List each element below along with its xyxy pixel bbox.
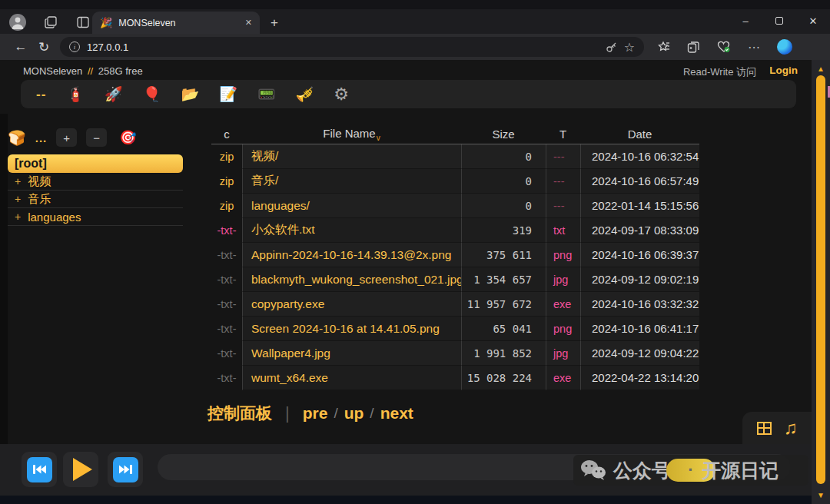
scroll-down-icon[interactable]: ▼ — [812, 491, 830, 499]
new-tab-button[interactable]: + — [271, 16, 278, 29]
sidebar-item-languages[interactable]: +languages — [8, 208, 183, 226]
file-type: exe — [546, 292, 580, 317]
browser-tab[interactable]: 🎉 MONSeleven ✕ — [92, 12, 260, 34]
file-name-link[interactable]: 视频/ — [242, 144, 461, 169]
dart-icon[interactable]: 🎯 — [119, 129, 136, 146]
grid-view-icon[interactable] — [757, 422, 772, 435]
file-date: 2024-10-16 06:41:17 — [580, 317, 699, 341]
trumpet-icon[interactable]: 🎺 — [296, 87, 314, 101]
tab-actions-icon[interactable] — [75, 15, 91, 30]
pager-link-next[interactable]: next — [380, 404, 413, 423]
column-header-type[interactable]: T — [546, 128, 580, 141]
file-size: 15 028 224 — [461, 366, 546, 390]
profile-avatar-icon[interactable] — [9, 14, 26, 31]
copilot-icon[interactable] — [777, 39, 792, 55]
fire-extinguisher-icon[interactable]: 🧯 — [66, 87, 85, 101]
pager-icon[interactable]: 📟 — [257, 87, 276, 101]
pager-link-up[interactable]: up — [344, 404, 364, 423]
next-track-button[interactable] — [108, 452, 143, 487]
login-link[interactable]: Login — [769, 65, 798, 76]
file-size: 319 — [461, 218, 546, 243]
dashes-button[interactable]: -- — [36, 88, 46, 101]
column-header-filename[interactable]: File Namev — [242, 127, 461, 142]
column-header-c[interactable]: c — [211, 128, 242, 141]
expand-icon[interactable]: + — [15, 193, 21, 205]
row-action-link[interactable]: zip — [211, 194, 242, 218]
memo-icon[interactable]: 📝 — [219, 87, 237, 101]
pager-slash: / — [368, 405, 375, 422]
column-header-size[interactable]: Size — [461, 128, 546, 141]
balloon-icon[interactable]: 🎈 — [143, 87, 161, 101]
row-action-link[interactable]: -txt- — [211, 243, 242, 267]
sidebar-dots[interactable]: ... — [35, 131, 48, 144]
wechat-icon — [579, 459, 607, 482]
expand-tree-button[interactable]: + — [56, 128, 77, 147]
maximize-button[interactable] — [762, 9, 796, 32]
sidebar-item-视频[interactable]: +视频 — [8, 173, 183, 191]
table-header-row: c File Namev Size T Date — [211, 124, 699, 144]
sidebar-item-root[interactable]: [root] — [8, 154, 183, 173]
expand-icon[interactable]: + — [15, 175, 21, 187]
row-action-link[interactable]: -txt- — [211, 366, 242, 390]
file-type: png — [546, 243, 580, 267]
play-button[interactable] — [63, 452, 98, 487]
file-date: 2024-10-16 06:32:54 — [580, 144, 699, 169]
address-bar[interactable]: i 127.0.0.1 ☆ — [60, 37, 644, 57]
file-name-link[interactable]: Wallpaper4.jpg — [242, 341, 461, 366]
browser-essentials-icon[interactable] — [717, 41, 731, 53]
refresh-button[interactable]: ↻ — [32, 39, 55, 55]
control-panel-link[interactable]: 控制面板 — [208, 403, 272, 424]
file-date: 2024-10-16 03:32:32 — [580, 292, 699, 317]
collapse-tree-button[interactable]: − — [86, 128, 107, 147]
file-name-link[interactable]: copyparty.exe — [242, 292, 461, 317]
favorites-list-icon[interactable] — [656, 41, 670, 53]
workspaces-icon[interactable] — [43, 15, 58, 30]
file-name-link[interactable]: languages/ — [242, 194, 461, 218]
minimize-button[interactable]: – — [729, 9, 762, 32]
favorite-star-icon[interactable]: ☆ — [624, 40, 635, 55]
rocket-icon[interactable]: 🚀 — [105, 87, 123, 101]
close-button[interactable]: ✕ — [796, 9, 830, 32]
url-text[interactable]: 127.0.0.1 — [87, 41, 599, 53]
site-info-icon[interactable]: i — [69, 41, 80, 52]
file-size: 0 — [461, 144, 546, 169]
file-name-link[interactable]: blackmyth_wukong_screenshot_021.jpg — [242, 267, 461, 292]
sidebar-item-音乐[interactable]: +音乐 — [8, 191, 183, 208]
password-key-icon[interactable] — [606, 41, 617, 53]
music-note-icon[interactable]: ♫ — [784, 419, 798, 437]
file-name-link[interactable]: Screen 2024-10-16 at 14.41.05.png — [242, 317, 461, 341]
row-action-link[interactable]: -txt- — [211, 218, 242, 243]
settings-ellipsis-icon[interactable]: ⋯ — [748, 40, 760, 55]
bottom-strip — [0, 496, 812, 504]
collections-icon[interactable] — [687, 41, 700, 54]
window-controls: – ✕ — [729, 9, 830, 34]
bread-icon[interactable]: 🍞 — [8, 129, 26, 147]
gear-icon[interactable]: ⚙ — [334, 86, 349, 103]
file-name-link[interactable]: wumt_x64.exe — [242, 366, 461, 390]
row-action-link[interactable]: zip — [211, 144, 242, 169]
scroll-up-icon[interactable]: ▲ — [812, 65, 830, 73]
pager-slash: / — [332, 405, 339, 422]
column-header-date[interactable]: Date — [580, 128, 699, 141]
file-date: 2022-01-14 15:15:56 — [580, 194, 699, 218]
file-name-link[interactable]: 小众软件.txt — [242, 218, 461, 243]
scrollbar-thumb[interactable] — [816, 75, 825, 484]
file-name-link[interactable]: 音乐/ — [242, 169, 461, 194]
previous-track-button[interactable] — [22, 452, 57, 487]
site-name[interactable]: MONSeleven — [23, 65, 82, 77]
file-name-link[interactable]: Appinn-2024-10-16-14.39.13@2x.png — [242, 243, 461, 267]
row-action-link[interactable]: -txt- — [211, 317, 242, 341]
expand-icon[interactable]: + — [15, 211, 21, 223]
back-button[interactable]: ← — [9, 39, 32, 55]
row-action-link[interactable]: zip — [211, 169, 242, 194]
file-type: png — [546, 317, 580, 341]
tab-close-icon[interactable]: ✕ — [245, 18, 252, 28]
access-status: Read-Write 访问 — [683, 65, 756, 79]
row-action-link[interactable]: -txt- — [211, 292, 242, 317]
row-action-link[interactable]: -txt- — [211, 267, 242, 292]
pager-link-pre[interactable]: pre — [303, 404, 328, 423]
folder-icon[interactable]: 📂 — [181, 87, 199, 101]
row-action-link[interactable]: -txt- — [211, 341, 242, 366]
file-size: 375 611 — [461, 243, 546, 267]
page-scrollbar[interactable]: ▲ ▼ — [812, 60, 830, 504]
